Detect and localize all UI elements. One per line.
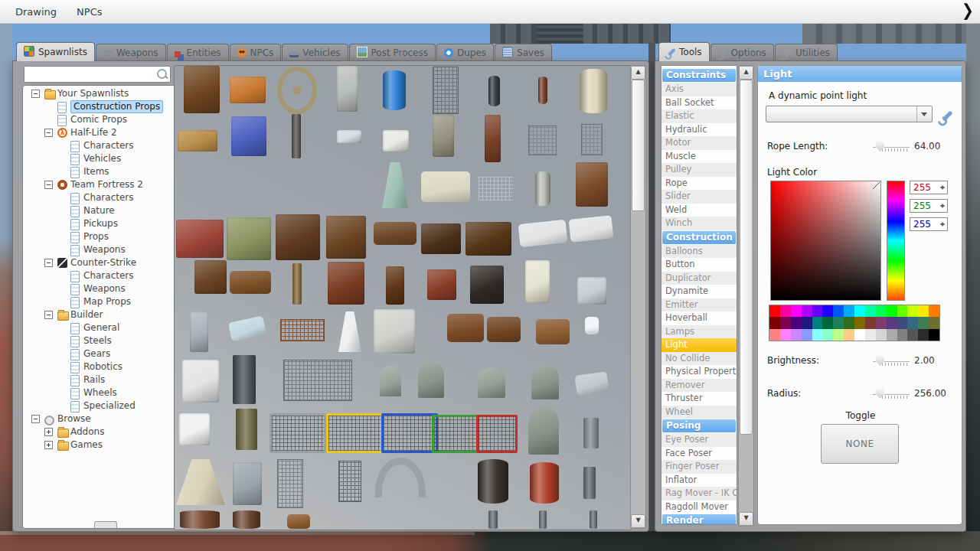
palette-swatch-r3c11[interactable] [876,329,887,341]
prop-icon-gravestone-d[interactable] [531,364,559,399]
palette-swatch-r3c3[interactable] [791,329,802,341]
palette-swatch-r2c8[interactable] [844,317,854,328]
scroll-up-button[interactable]: ▲ [739,66,753,80]
palette-swatch-r2c6[interactable] [822,317,833,328]
prop-icon-grave-cross-c[interactable] [590,510,597,529]
prop-icon-red-sofa[interactable] [176,220,224,258]
expand-menu-arrow-icon[interactable]: ❯ [962,0,974,19]
prop-icon-cage-gray[interactable] [270,413,326,453]
prop-icon-jail-bars[interactable] [433,67,459,114]
tree-item-wheels[interactable]: Wheels [23,386,182,399]
palette-swatch-r2c12[interactable] [887,317,897,328]
palette-swatch-r1c2[interactable] [780,305,791,317]
radius-slider[interactable] [873,386,911,402]
tree-item-general[interactable]: General [23,321,182,334]
tool-item-thruster[interactable]: Thruster [662,392,737,406]
prop-icon-radiator[interactable] [577,277,606,305]
tool-item-dynamite[interactable]: Dynamite [662,285,737,298]
prop-icon-glass-door[interactable] [485,115,501,162]
palette-swatch-r3c13[interactable] [897,329,908,341]
collapse-icon[interactable] [44,129,53,137]
palette-swatch-r3c12[interactable] [887,329,897,341]
tool-item-rag-mover-ik-ch-[interactable]: Rag Mover - IK Ch... [662,487,737,500]
tool-item-lamps[interactable]: Lamps [662,325,737,339]
palette-swatch-r3c8[interactable] [844,329,854,341]
prop-icon-round-table[interactable] [447,314,484,342]
tool-item-ragdoll-mover[interactable]: Ragdoll Mover [662,500,737,514]
tool-item-motor[interactable]: Motor [662,136,737,150]
tool-list-scrollbar[interactable]: ▲ ▼ [738,65,754,527]
expand-icon[interactable] [44,428,53,436]
prop-icon-white-cabinet[interactable] [179,413,210,445]
tab-spawnlists[interactable]: Spawnlists [16,42,95,61]
palette-swatch-r1c12[interactable] [887,305,897,317]
tab-tools[interactable]: Tools [658,42,710,61]
palette-swatch-r3c15[interactable] [918,329,929,341]
tree-item-construction-props[interactable]: Construction Props [23,100,182,113]
prop-icon-traffic-barrier[interactable] [337,130,361,143]
prop-icon-wood-chair[interactable] [576,162,608,207]
palette-swatch-r1c10[interactable] [865,305,876,317]
palette-swatch-r2c5[interactable] [812,317,823,328]
tool-item-winch[interactable]: Winch [662,217,737,230]
tool-item-hoverball[interactable]: Hoverball [662,311,737,325]
prop-icon-mattress-a[interactable] [518,220,568,247]
tool-item-emitter[interactable]: Emitter [662,298,737,312]
prop-icon-wood-stove[interactable] [470,266,504,304]
prop-icon-grimy-stove[interactable] [374,309,415,354]
tree-item-vehicles[interactable]: Vehicles [23,152,182,165]
rope-length-slider[interactable] [873,139,911,155]
tree-item-specialized[interactable]: Specialized [23,399,182,412]
tree-item-props[interactable]: Props [23,230,182,243]
prop-icon-dark-crate[interactable] [421,223,461,254]
prop-icon-small-table-a[interactable] [487,317,521,342]
prop-icon-hand-pump[interactable] [236,409,257,450]
prop-icon-wire-fence-a[interactable] [528,126,557,155]
scroll-down-button[interactable]: ▼ [631,514,645,528]
prop-icon-mattress-b[interactable] [569,215,614,243]
tree-item-steels[interactable]: Steels [23,334,182,347]
prop-icon-wardrobe[interactable] [276,214,320,260]
tool-item-duplicator[interactable]: Duplicator [662,272,737,285]
prop-icon-bar-stool[interactable] [184,66,220,113]
tree-item-characters[interactable]: Characters [23,139,182,152]
prop-icon-metal-frame[interactable] [190,311,208,352]
prop-icon-winch-hook[interactable] [583,467,596,499]
prop-icon-cage-green[interactable] [432,415,479,453]
tool-item-wheel[interactable]: Wheel [662,406,737,419]
tree-item-characters[interactable]: Characters [23,269,182,282]
prop-icon-wire-fence-b[interactable] [581,124,603,155]
tool-item-remover[interactable]: Remover [662,379,737,393]
tool-item-ball-socket[interactable]: Ball Socket [662,96,737,110]
prop-icon-side-table[interactable] [328,262,364,305]
spin-down-icon[interactable] [940,223,945,229]
tree-item-games[interactable]: Games [23,439,182,452]
tree-item-gears[interactable]: Gears [23,347,182,360]
prop-icon-cage-blue[interactable] [381,413,438,453]
expand-icon[interactable] [44,441,53,449]
tree-item-browse[interactable]: Browse [23,412,182,425]
palette-swatch-r1c13[interactable] [897,305,908,317]
palette-swatch-r3c16[interactable] [929,329,939,341]
prop-icon-rusty-pot-a[interactable] [180,510,220,529]
palette-swatch-r1c9[interactable] [854,305,865,317]
prop-icon-u-pipe[interactable] [375,458,426,497]
tree-item-rails[interactable]: Rails [23,373,182,386]
prop-icon-pump-piece[interactable] [583,418,599,448]
prop-icon-cage-red[interactable] [476,415,518,453]
palette-swatch-r1c15[interactable] [918,305,929,317]
preset-tool-button[interactable] [940,108,957,122]
prop-icon-lockers[interactable] [233,462,262,505]
prop-icon-bunk-bed[interactable] [478,176,514,201]
palette-swatch-r2c4[interactable] [802,317,812,328]
prop-icon-gas-cylinder-rust[interactable] [538,77,547,104]
tool-item-inflator[interactable]: Inflator [662,474,737,487]
prop-icon-washing-machine[interactable] [182,360,219,403]
tree-item-your-spawnlists[interactable]: Your Spawnlists [23,87,182,100]
red-value-spinbox[interactable]: 255 [910,181,948,194]
tool-item-finger-poser[interactable]: Finger Poser [662,460,737,474]
prop-icon-gravestone-c[interactable] [478,367,505,398]
spin-down-icon[interactable] [940,187,945,192]
palette-swatch-r3c5[interactable] [812,329,823,341]
scroll-thumb[interactable] [632,80,645,211]
